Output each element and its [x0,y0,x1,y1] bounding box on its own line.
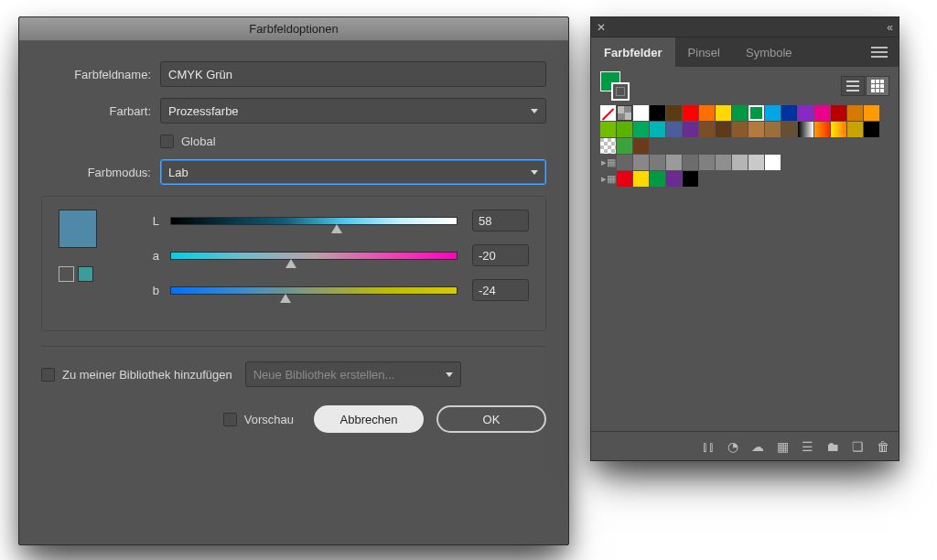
swatch-color[interactable] [633,105,649,121]
swatch-group-folder[interactable]: ▸▦ [600,171,616,187]
swatch-color[interactable] [798,105,813,121]
stroke-swatch[interactable] [611,82,630,101]
tab-pinsel[interactable]: Pinsel [675,38,733,67]
library-select[interactable]: Neue Bibliothek erstellen... [245,361,461,387]
swatch-color[interactable] [683,171,698,187]
color-mode-value: Lab [168,166,188,179]
channel-a-label: a [102,249,170,263]
swatch-color[interactable] [732,155,748,170]
swatch-color[interactable] [617,138,632,154]
channel-a-value[interactable] [472,244,529,266]
swatch-color[interactable] [683,105,698,121]
swatch-color[interactable] [814,105,830,121]
fill-stroke-indicator[interactable] [600,71,630,101]
preview-checkbox-label: Vorschau [244,413,294,426]
global-checkbox-box[interactable] [160,135,174,148]
swatch-color[interactable] [716,122,731,137]
swatch-color[interactable] [650,171,665,187]
global-checkbox[interactable]: Global [160,135,216,148]
swatch-color[interactable] [633,171,649,187]
library-menu-icon[interactable]: ⫿⫿ [702,439,715,454]
swatch-color[interactable] [683,155,698,170]
swatch-color[interactable] [716,155,731,170]
new-swatch-icon[interactable]: ❏ [852,439,864,454]
swatch-selected[interactable] [749,105,764,121]
ok-button[interactable]: OK [436,405,546,433]
swatch-color[interactable] [650,105,665,121]
channel-b-slider[interactable] [170,286,458,295]
channel-a-slider[interactable] [170,252,458,260]
grid-view-button[interactable] [866,76,889,96]
preview-checkbox-box[interactable] [223,413,237,426]
channel-L-slider[interactable] [170,217,458,225]
list-view-button[interactable] [841,76,865,96]
cloud-icon[interactable]: ☁ [751,439,764,454]
swatch-color[interactable] [732,105,748,121]
swatch-color[interactable] [716,105,731,121]
swatch-color[interactable] [781,122,797,137]
swatch-color[interactable] [781,105,797,121]
svg-rect-0 [846,81,859,82]
swatch-kinds-icon[interactable]: ◔ [727,439,738,454]
preview-checkbox[interactable]: Vorschau [223,413,294,426]
close-icon[interactable]: ✕ [597,21,606,34]
swatch-group-folder[interactable]: ▸▦ [600,155,616,170]
swatch-color[interactable] [732,122,748,137]
tab-symbole[interactable]: Symbole [733,38,805,67]
swatch-color[interactable] [666,122,682,137]
swatch-color[interactable] [765,155,781,170]
swatch-color[interactable] [633,122,649,137]
chevron-down-icon [446,372,453,377]
swatch-color[interactable] [617,171,632,187]
swatch-name-input[interactable] [160,61,546,87]
color-mode-select[interactable]: Lab [160,159,546,185]
swatch-color[interactable] [847,105,863,121]
swatch-registration[interactable] [617,105,632,121]
add-to-library-checkbox-box[interactable] [41,368,55,382]
sliders-group: Lab [41,196,546,331]
panel-menu-icon[interactable] [871,47,888,58]
swatch-gradient[interactable] [814,122,830,137]
swatch-color[interactable] [765,105,781,121]
swatch-none[interactable] [600,105,616,121]
swatch-color[interactable] [699,122,715,137]
add-to-library-checkbox[interactable]: Zu meiner Bibliothek hinzufügen [41,368,232,382]
swatch-color[interactable] [650,122,665,137]
swatch-color[interactable] [765,122,781,137]
svg-rect-11 [880,89,884,92]
swatch-color[interactable] [864,105,879,121]
swatch-pattern[interactable] [600,138,616,154]
swatch-color[interactable] [699,155,715,170]
swatch-options-icon[interactable]: ▦ [777,439,789,454]
swatch-gradient[interactable] [831,122,846,137]
swatch-color[interactable] [666,105,682,121]
channel-L-value[interactable] [472,210,529,232]
swatch-color[interactable] [633,155,649,170]
swatch-color[interactable] [847,122,863,137]
color-type-select[interactable]: Prozessfarbe [160,98,546,124]
swatch-color[interactable] [699,105,715,121]
swatch-color[interactable] [864,122,879,137]
folder-new-icon[interactable]: 🖿 [826,439,839,454]
swatch-color[interactable] [617,155,632,170]
swatch-color[interactable] [749,122,764,137]
tab-farbfelder[interactable]: Farbfelder [591,38,675,67]
color-mode-label: Farbmodus: [41,166,160,179]
swatch-gradient[interactable] [798,122,813,137]
swatch-color[interactable] [683,122,698,137]
swatch-color[interactable] [617,122,632,137]
swatch-color[interactable] [749,155,764,170]
swatch-color[interactable] [666,171,682,187]
swatch-color[interactable] [633,138,649,154]
channel-L-label: L [102,214,170,228]
swatch-color[interactable] [650,155,665,170]
swatch-color[interactable] [600,122,616,137]
channel-b-label: b [102,284,170,297]
trash-icon[interactable]: 🗑 [877,439,889,454]
channel-b-value[interactable] [472,279,529,301]
swatch-color[interactable] [831,105,846,121]
swatch-color[interactable] [666,155,682,170]
cancel-button[interactable]: Abbrechen [314,405,424,433]
collapse-icon[interactable]: « [887,21,893,34]
list-icon[interactable]: ☰ [802,439,813,454]
